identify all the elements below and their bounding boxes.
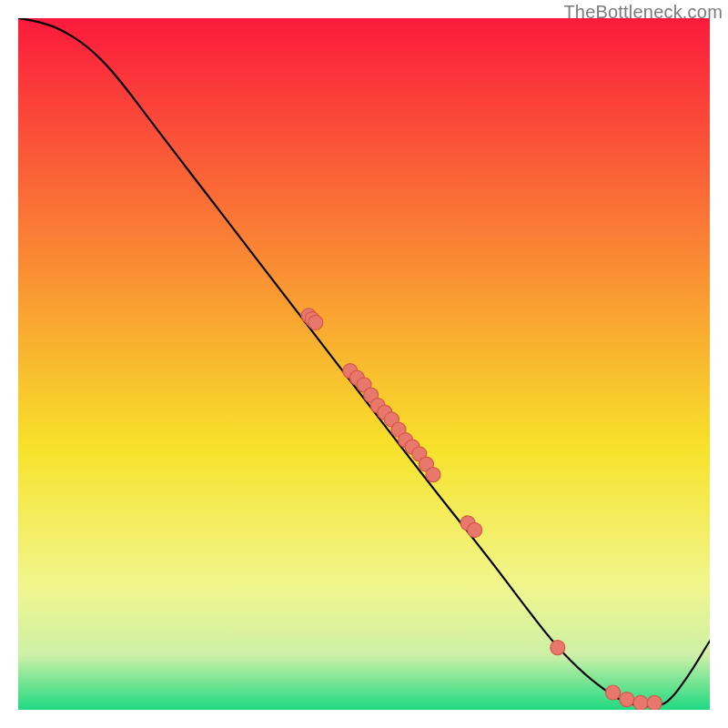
marker-dots <box>301 308 662 710</box>
plot-svg <box>18 18 710 710</box>
marker-dot <box>606 685 621 700</box>
marker-dot <box>426 468 440 482</box>
marker-dot <box>468 522 482 537</box>
plot-area <box>18 18 710 710</box>
marker-dot <box>551 641 565 655</box>
marker-dot <box>633 695 648 710</box>
marker-dot <box>308 315 323 329</box>
marker-dot <box>647 695 662 710</box>
bottleneck-curve <box>18 18 710 706</box>
marker-dot <box>620 693 634 707</box>
chart-container: TheBottleneck.com <box>0 0 728 728</box>
